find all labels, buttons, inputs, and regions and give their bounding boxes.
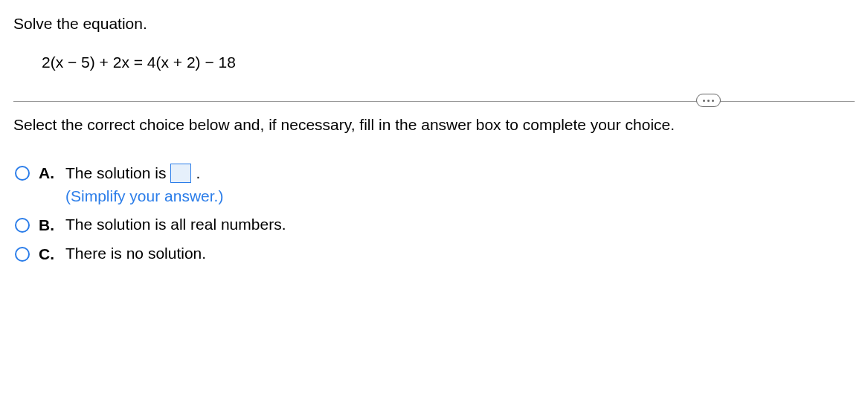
choice-c-text: There is no solution. bbox=[65, 245, 206, 262]
choice-a-text-before: The solution is bbox=[65, 164, 166, 182]
radio-c[interactable] bbox=[15, 247, 30, 262]
choice-a-hint: (Simplify your answer.) bbox=[65, 187, 223, 205]
select-prompt: Select the correct choice below and, if … bbox=[13, 116, 855, 134]
ellipsis-icon bbox=[707, 100, 710, 102]
answer-input-box[interactable] bbox=[170, 164, 191, 183]
choice-list: A. The solution is . (Simplify your answ… bbox=[15, 164, 855, 263]
choice-c: C. There is no solution. bbox=[15, 245, 855, 263]
instruction-text: Solve the equation. bbox=[13, 15, 855, 33]
equation-text: 2(x − 5) + 2x = 4(x + 2) − 18 bbox=[42, 54, 855, 71]
more-options-button[interactable] bbox=[696, 94, 721, 107]
ellipsis-icon bbox=[703, 100, 705, 102]
choice-a-content: The solution is . (Simplify your answer.… bbox=[65, 164, 223, 205]
choice-b-letter: B. bbox=[39, 216, 57, 234]
choice-a-line: The solution is . bbox=[65, 164, 223, 183]
choice-c-content: There is no solution. bbox=[65, 245, 206, 262]
choice-a: A. The solution is . (Simplify your answ… bbox=[15, 164, 855, 205]
choice-a-text-after: . bbox=[196, 164, 200, 182]
choice-b-content: The solution is all real numbers. bbox=[65, 216, 286, 233]
radio-b[interactable] bbox=[15, 218, 30, 233]
ellipsis-icon bbox=[712, 100, 714, 102]
choice-b: B. The solution is all real numbers. bbox=[15, 216, 855, 234]
divider-line bbox=[13, 101, 855, 102]
choice-c-letter: C. bbox=[39, 245, 57, 263]
choice-a-letter: A. bbox=[39, 164, 57, 182]
radio-a[interactable] bbox=[15, 166, 30, 181]
choice-b-text: The solution is all real numbers. bbox=[65, 216, 286, 233]
